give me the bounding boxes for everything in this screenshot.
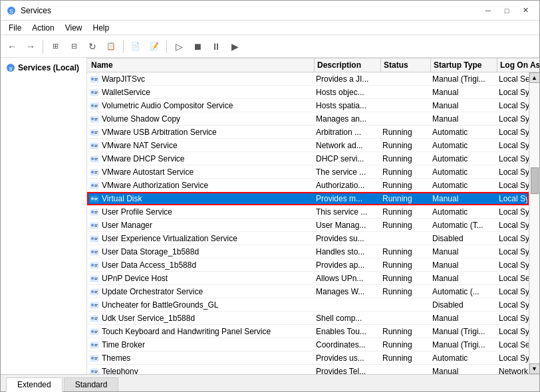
table-row[interactable]: Uncheater for BattleGrounds_GL Disabled … xyxy=(87,298,529,312)
table-row[interactable]: User Data Access_1b588d Provides ap... R… xyxy=(87,258,529,272)
toolbar-help[interactable]: 📝 xyxy=(146,38,163,55)
toolbar-forward[interactable]: → xyxy=(22,38,39,55)
header-log-on-as[interactable]: Log On As xyxy=(497,58,539,72)
service-status: Running xyxy=(380,179,430,191)
table-row[interactable]: Volume Shadow Copy Manages an... Manual … xyxy=(87,112,529,126)
list-body[interactable]: WarpJITSvc Provides a JI... Manual (Trig… xyxy=(87,72,529,374)
service-icon xyxy=(90,154,99,163)
header-startup-type[interactable]: Startup Type xyxy=(431,58,497,72)
service-logon-as: Local Service xyxy=(496,338,529,351)
service-status: Running xyxy=(380,325,430,338)
service-description xyxy=(313,298,380,311)
bottom-tabs: Extended Standard xyxy=(1,374,539,391)
toolbar-show-hide[interactable]: ⊟ xyxy=(65,38,82,55)
service-name: UPnP Device Host xyxy=(87,272,313,284)
svg-rect-47 xyxy=(94,213,97,213)
service-icon xyxy=(90,194,99,203)
toolbar-stop[interactable]: ⏹ xyxy=(189,38,206,55)
svg-rect-51 xyxy=(94,226,97,227)
service-status: Running xyxy=(380,139,430,151)
svg-rect-46 xyxy=(94,211,98,212)
table-row[interactable]: Udk User Service_1b588d Shell comp... Ma… xyxy=(87,312,529,325)
service-description: The service ... xyxy=(313,165,380,178)
menu-action[interactable]: Action xyxy=(27,22,59,34)
service-status: Running xyxy=(380,219,430,231)
svg-point-5 xyxy=(91,78,94,80)
scroll-track[interactable] xyxy=(530,83,539,363)
header-name[interactable]: Name xyxy=(88,58,315,72)
table-row[interactable]: VMware Autostart Service The service ...… xyxy=(87,165,529,179)
menu-view[interactable]: View xyxy=(60,22,88,34)
svg-rect-30 xyxy=(94,158,98,159)
maximize-button[interactable]: □ xyxy=(498,4,515,17)
service-description: Coordinates... xyxy=(313,338,380,351)
toolbar-refresh[interactable]: ↻ xyxy=(84,38,101,55)
service-status xyxy=(380,312,430,324)
left-panel: S Services (Local) xyxy=(1,58,87,374)
minimize-button[interactable]: ─ xyxy=(479,4,497,17)
toolbar-export[interactable]: 📋 xyxy=(102,38,120,55)
service-logon-as: Local Syste... xyxy=(496,165,529,178)
service-description: Manages an... xyxy=(313,112,380,125)
service-name: VMware Autostart Service xyxy=(87,165,313,178)
service-logon-as: Local Syste... xyxy=(496,312,529,324)
table-row[interactable]: Update Orchestrator Service Manages W...… xyxy=(87,285,529,298)
service-status: Running xyxy=(380,192,430,205)
table-row[interactable]: UPnP Device Host Allows UPn... Running M… xyxy=(87,272,529,285)
svg-point-9 xyxy=(91,91,94,94)
toolbar-start[interactable]: ▷ xyxy=(170,38,188,55)
table-row[interactable]: Touch Keyboard and Handwriting Panel Ser… xyxy=(87,325,529,338)
service-name: VMware NAT Service xyxy=(87,139,313,151)
menu-help[interactable]: Help xyxy=(88,22,115,34)
svg-rect-50 xyxy=(94,225,98,225)
table-row[interactable]: VMware NAT Service Network ad... Running… xyxy=(87,139,529,152)
service-logon-as: Local Syste... xyxy=(496,99,529,112)
service-startup-type: Disabled xyxy=(430,232,496,245)
svg-rect-10 xyxy=(94,92,98,92)
service-name: Telephony xyxy=(87,365,313,374)
header-description[interactable]: Description xyxy=(315,58,381,72)
table-row[interactable]: Virtual Disk Provides m... Running Manua… xyxy=(87,192,529,205)
service-startup-type: Automatic (T... xyxy=(430,219,496,231)
service-icon xyxy=(90,128,99,137)
tab-extended[interactable]: Extended xyxy=(6,377,63,392)
close-button[interactable]: ✕ xyxy=(517,4,534,17)
toolbar-up[interactable]: ⊞ xyxy=(47,38,64,55)
svg-point-85 xyxy=(91,343,94,346)
tab-standard[interactable]: Standard xyxy=(64,377,119,391)
scroll-thumb[interactable] xyxy=(531,167,539,194)
svg-text:S: S xyxy=(9,8,13,15)
table-row[interactable]: VMware Authorization Service Authorizati… xyxy=(87,179,529,192)
table-row[interactable]: User Manager User Manag... Running Autom… xyxy=(87,219,529,232)
table-row[interactable]: Time Broker Coordinates... Running Manua… xyxy=(87,338,529,351)
scroll-down-btn[interactable]: ▼ xyxy=(529,363,540,374)
table-row[interactable]: VMware DHCP Service DHCP servi... Runnin… xyxy=(87,152,529,165)
scrollbar[interactable]: ▲ ▼ xyxy=(529,72,539,374)
table-row[interactable]: Volumetric Audio Compositor Service Host… xyxy=(87,99,529,112)
service-name: User Data Storage_1b588d xyxy=(87,245,313,258)
toolbar-properties[interactable]: 📄 xyxy=(127,38,144,55)
table-row[interactable]: VMware USB Arbitration Service Arbitrati… xyxy=(87,126,529,139)
toolbar-pause[interactable]: ⏸ xyxy=(207,38,225,55)
service-status: Running xyxy=(380,245,430,258)
svg-rect-74 xyxy=(94,304,98,305)
table-row[interactable]: User Experience Virtualization Service P… xyxy=(87,232,529,245)
table-row[interactable]: User Profile Service This service ... Ru… xyxy=(87,205,529,219)
header-status[interactable]: Status xyxy=(381,58,431,72)
svg-point-53 xyxy=(91,237,94,240)
table-row[interactable]: WarpJITSvc Provides a JI... Manual (Trig… xyxy=(87,72,529,86)
service-logon-as: Local Service xyxy=(496,72,529,85)
table-row[interactable]: User Data Storage_1b588d Handles sto... … xyxy=(87,245,529,258)
service-name: Volumetric Audio Compositor Service xyxy=(87,99,313,112)
toolbar-back[interactable]: ← xyxy=(3,38,21,55)
table-row[interactable]: Telephony Provides Tel... Manual Network… xyxy=(87,365,529,374)
service-logon-as: Local Syste... xyxy=(496,139,529,151)
scroll-up-btn[interactable]: ▲ xyxy=(529,72,540,83)
toolbar-resume[interactable]: ▶ xyxy=(226,38,243,55)
menu-file[interactable]: File xyxy=(3,22,27,34)
service-description: User Manag... xyxy=(313,219,380,231)
service-status: Running xyxy=(380,126,430,138)
table-row[interactable]: Themes Provides us... Running Automatic … xyxy=(87,351,529,365)
svg-point-57 xyxy=(91,250,94,253)
table-row[interactable]: WalletService Hosts objec... Manual Loca… xyxy=(87,86,529,99)
